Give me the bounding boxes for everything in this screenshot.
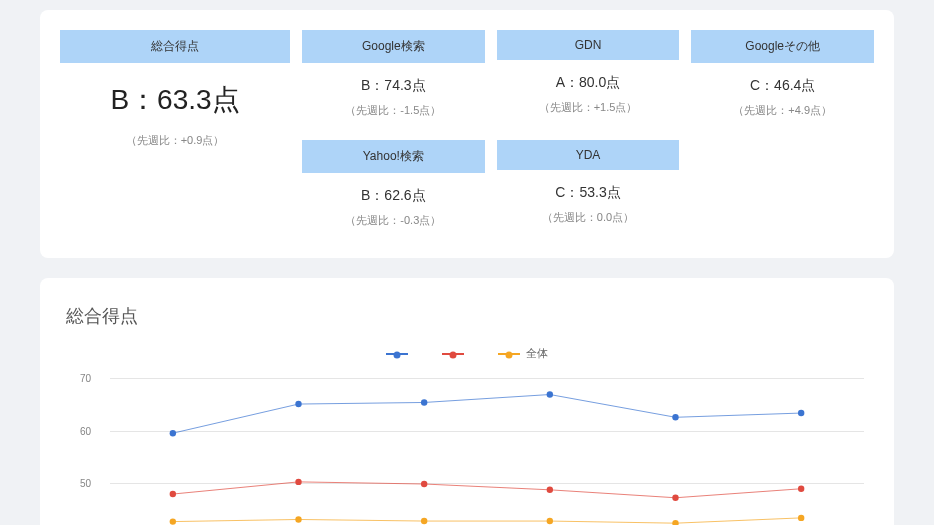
sub-score-value: A：80.0点 xyxy=(497,74,680,92)
legend-swatch xyxy=(442,353,464,355)
chart-y-tick-label: 70 xyxy=(80,372,91,383)
chart-data-point xyxy=(421,481,427,487)
chart-plot-area: 40506070 xyxy=(110,367,864,525)
chart-data-point xyxy=(170,430,176,436)
sub-score-header: Google検索 xyxy=(302,30,485,63)
chart-y-tick-label: 50 xyxy=(80,478,91,489)
sub-score-tile: Googleその他 C：46.4点 （先週比：+4.9点） xyxy=(691,30,874,128)
sub-score-diff: （先週比：-1.5点） xyxy=(302,103,485,118)
chart-y-tick-label: 60 xyxy=(80,425,91,436)
main-score-diff: （先週比：+0.9点） xyxy=(60,133,290,148)
sub-score-tile: Yahoo!検索 B：62.6点 （先週比：-0.3点） xyxy=(302,140,485,238)
chart-data-point xyxy=(170,491,176,497)
sub-score-diff: （先週比：+1.5点） xyxy=(497,100,680,115)
chart-title: 総合得点 xyxy=(60,298,874,346)
sub-score-value: B：62.6点 xyxy=(302,187,485,205)
chart-data-point xyxy=(547,487,553,493)
chart-data-point xyxy=(421,399,427,405)
main-score-tile: 総合得点 B：63.3点 （先週比：+0.9点） xyxy=(60,30,290,238)
chart-data-point xyxy=(295,516,301,522)
chart-legend: 全体 xyxy=(60,346,874,361)
chart-data-point xyxy=(295,479,301,485)
chart-data-point xyxy=(170,518,176,524)
main-score-value: B：63.3点 xyxy=(60,81,290,119)
chart-data-point xyxy=(547,391,553,397)
chart-dots-svg xyxy=(110,367,864,525)
legend-item: 全体 xyxy=(498,346,548,361)
sub-score-header: YDA xyxy=(497,140,680,170)
sub-score-diff: （先週比：-0.3点） xyxy=(302,213,485,228)
chart-data-point xyxy=(798,486,804,492)
chart-data-point xyxy=(672,414,678,420)
sub-score-header: GDN xyxy=(497,30,680,60)
legend-swatch xyxy=(386,353,408,355)
sub-score-header: Yahoo!検索 xyxy=(302,140,485,173)
legend-item xyxy=(442,346,470,361)
score-summary-card: 総合得点 B：63.3点 （先週比：+0.9点） Google検索 B：74.3… xyxy=(40,10,894,258)
sub-score-header: Googleその他 xyxy=(691,30,874,63)
sub-score-tile: Google検索 B：74.3点 （先週比：-1.5点） xyxy=(302,30,485,128)
sub-score-grid: Google検索 B：74.3点 （先週比：-1.5点） GDN A：80.0点… xyxy=(302,30,874,238)
chart-data-point xyxy=(672,520,678,525)
chart-data-point xyxy=(798,515,804,521)
main-score-header: 総合得点 xyxy=(60,30,290,63)
chart-data-point xyxy=(295,401,301,407)
sub-score-value: B：74.3点 xyxy=(302,77,485,95)
sub-score-diff: （先週比：+4.9点） xyxy=(691,103,874,118)
sub-score-tile: GDN A：80.0点 （先週比：+1.5点） xyxy=(497,30,680,128)
legend-swatch xyxy=(498,353,520,355)
sub-score-value: C：46.4点 xyxy=(691,77,874,95)
chart-data-point xyxy=(547,518,553,524)
sub-score-diff: （先週比：0.0点） xyxy=(497,210,680,225)
legend-item xyxy=(386,346,414,361)
chart-data-point xyxy=(421,518,427,524)
chart-card: 総合得点 全体 40506070 2024-08-012024-08-08202… xyxy=(40,278,894,525)
sub-score-value: C：53.3点 xyxy=(497,184,680,202)
legend-label: 全体 xyxy=(526,346,548,361)
sub-score-tile: YDA C：53.3点 （先週比：0.0点） xyxy=(497,140,680,238)
chart-data-point xyxy=(672,495,678,501)
chart-data-point xyxy=(798,410,804,416)
